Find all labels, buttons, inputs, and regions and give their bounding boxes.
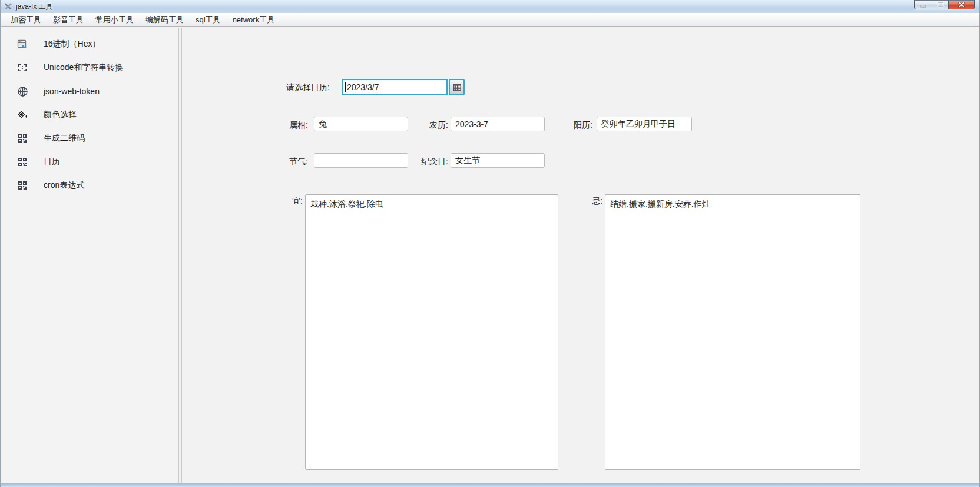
menu-codec-tools[interactable]: 编解码工具	[140, 13, 190, 27]
calendar-grid-icon	[453, 84, 461, 91]
solar-input[interactable]	[597, 117, 692, 131]
unicode-icon	[16, 62, 28, 74]
globe-icon	[16, 85, 28, 97]
sidebar-item-unicode[interactable]: Unicode和字符串转换	[1, 56, 178, 79]
sidebar-divider	[180, 28, 182, 483]
solar-term-label: 节气:	[289, 157, 308, 167]
titlebar[interactable]: java-fx 工具	[1, 0, 979, 13]
solar-label: 阳历:	[574, 120, 592, 131]
date-picker-button[interactable]	[449, 79, 465, 95]
anniversary-label: 纪念日:	[421, 157, 448, 167]
sidebar-item-qrcode[interactable]: 生成二维码	[1, 127, 178, 150]
sidebar-item-calendar[interactable]: 日历	[1, 150, 178, 174]
window-bottom-frame	[1, 483, 979, 487]
calendar-panel: 请选择日历: 属相: 农历: 阳历:	[183, 28, 979, 483]
zodiac-input[interactable]	[314, 117, 408, 131]
solar-term-input[interactable]	[314, 153, 408, 168]
sidebar-item-cron[interactable]: cron表达式	[1, 174, 178, 197]
suitable-label: 宜:	[292, 196, 303, 207]
menu-encrypt-tools[interactable]: 加密工具	[5, 13, 47, 27]
sidebar-item-hex[interactable]: 16进制（Hex）	[1, 32, 178, 56]
menu-sql-tools[interactable]: sql工具	[190, 13, 227, 27]
suitable-textarea[interactable]: 栽种.沐浴.祭祀.除虫	[305, 194, 558, 470]
menu-common-tools[interactable]: 常用小工具	[90, 13, 140, 27]
date-picker-label: 请选择日历:	[286, 82, 330, 93]
minimize-button[interactable]	[914, 0, 932, 9]
sidebar-item-color-picker[interactable]: 颜色选择	[1, 103, 178, 127]
sidebar: 16进制（Hex） Unicode和字符串转换	[1, 28, 179, 483]
text-caret	[345, 82, 346, 92]
close-button[interactable]	[949, 0, 975, 9]
sidebar-item-label: 日历	[44, 157, 60, 167]
window-controls	[914, 0, 975, 9]
sidebar-item-label: 颜色选择	[44, 110, 77, 120]
hex-grid-icon	[16, 38, 28, 50]
app-window: java-fx 工具 加密工具 影音工具 常用小工具 编解码工具 sql工具 n…	[0, 0, 980, 487]
qr-code-icon	[16, 180, 28, 191]
anniversary-input[interactable]	[451, 153, 545, 168]
sidebar-item-label: Unicode和字符串转换	[44, 62, 123, 73]
qr-code-icon	[16, 132, 28, 144]
window-title: java-fx 工具	[16, 2, 53, 12]
avoid-textarea[interactable]: 结婚.搬家.搬新房.安葬.作灶	[605, 194, 860, 470]
menubar: 加密工具 影音工具 常用小工具 编解码工具 sql工具 network工具	[1, 13, 979, 27]
sidebar-item-label: cron表达式	[44, 180, 84, 191]
body-area: 16进制（Hex） Unicode和字符串转换	[1, 28, 979, 483]
sidebar-item-label: 生成二维码	[44, 133, 85, 144]
qr-code-icon	[16, 156, 28, 168]
sidebar-item-label: 16进制（Hex）	[44, 39, 100, 49]
lunar-label: 农历:	[429, 120, 448, 131]
tools-icon	[4, 2, 13, 11]
lunar-input[interactable]	[451, 117, 545, 131]
zodiac-label: 属相:	[289, 120, 308, 131]
menu-media-tools[interactable]: 影音工具	[47, 13, 90, 27]
date-picker-input[interactable]	[342, 79, 448, 95]
sidebar-item-jwt[interactable]: json-web-token	[1, 79, 178, 103]
color-bucket-icon	[16, 109, 28, 121]
avoid-label: 忌:	[592, 196, 602, 207]
maximize-button[interactable]	[932, 0, 949, 9]
menu-network-tools[interactable]: network工具	[227, 13, 281, 27]
sidebar-item-label: json-web-token	[44, 87, 100, 96]
